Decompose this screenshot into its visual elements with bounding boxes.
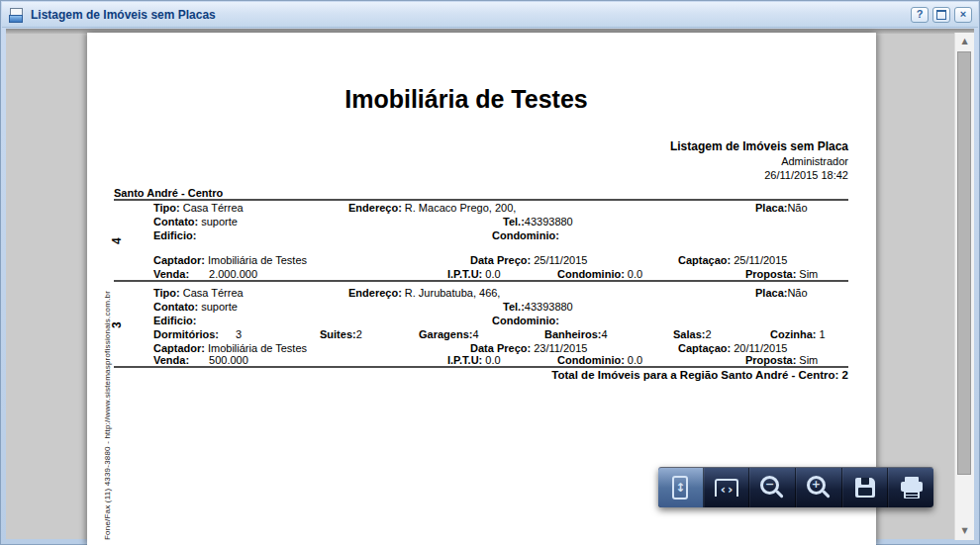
fit-page-button[interactable]: ↕: [658, 468, 704, 507]
field-value: R. Jurubatuba, 466,: [405, 287, 501, 299]
field-value: 2.000.000: [209, 268, 257, 280]
field-tipo: Tipo:Casa Térrea: [153, 202, 244, 214]
scroll-up-button[interactable]: ▲: [957, 37, 972, 45]
field-label: Captaçao:: [678, 254, 731, 266]
field-value: 4: [601, 328, 607, 340]
title-bar[interactable]: Listagem de Imóveis sem Placas ? ×: [2, 2, 978, 28]
fit-width-button[interactable]: ‹›: [704, 468, 750, 507]
field-captador: Captador:Imobiliária de Testes: [153, 342, 307, 354]
field-value: R. Macaco Prego, 200,: [405, 202, 517, 214]
print-icon: [900, 476, 924, 500]
field-label: Edificio:: [153, 315, 196, 326]
field-contato: Contato:suporte: [153, 301, 238, 313]
field-value: 4: [472, 328, 478, 340]
field-value: 0.0: [485, 268, 500, 280]
field-captador: Captador:Imobiliária de Testes: [153, 254, 307, 266]
record-number: 4: [111, 237, 123, 244]
field-condominio-valor: Condominio:0.0: [557, 268, 642, 280]
field-data-preco: Data Preço:25/11/2015: [470, 254, 587, 266]
scroll-down-button[interactable]: ▼: [957, 526, 972, 535]
field-value: 500.000: [209, 354, 248, 366]
field-value: 25/11/2015: [534, 254, 587, 266]
field-label: Captador:: [153, 254, 205, 266]
field-edificio: Edificio:: [153, 315, 199, 326]
report-datetime: 26/11/2015 18:42: [764, 169, 848, 181]
help-button[interactable]: ?: [911, 7, 929, 23]
field-label: Tipo:: [153, 202, 180, 214]
field-label: Condominio:: [492, 229, 559, 241]
field-label: Data Preço:: [470, 342, 531, 354]
report-title: Imobiliária de Testes: [104, 85, 829, 113]
close-button[interactable]: ×: [954, 7, 972, 23]
field-label: Endereço:: [348, 202, 402, 214]
field-label: Banheiros:: [544, 328, 601, 340]
maximize-button[interactable]: [932, 7, 950, 23]
field-proposta: Proposta:Sim: [745, 268, 818, 280]
field-cozinha: Cozinha:1: [770, 328, 826, 340]
region-divider: [114, 199, 848, 201]
zoom-out-button[interactable]: −: [749, 468, 796, 507]
field-label: Cozinha:: [770, 328, 816, 340]
print-button[interactable]: [888, 468, 933, 507]
region-total: Total de Imóveis para a Região Santo And…: [551, 369, 848, 381]
field-value: Casa Térrea: [183, 287, 244, 299]
field-banheiros: Banheiros:4: [544, 328, 608, 340]
fit-width-icon: ‹›: [715, 479, 738, 497]
field-value: suporte: [201, 216, 238, 227]
preview-toolbar: ↕ ‹› − +: [658, 467, 933, 507]
field-venda: Venda:500.000: [153, 354, 248, 366]
field-label: Garagens:: [419, 328, 472, 340]
field-label: Proposta:: [745, 268, 796, 280]
field-label: Salas:: [673, 328, 705, 340]
scrollbar-thumb[interactable]: [957, 51, 971, 475]
field-value: 23/11/2015: [534, 342, 587, 354]
field-condominio: Condominio:: [492, 315, 562, 326]
zoom-in-button[interactable]: +: [796, 468, 842, 507]
record-divider: [114, 366, 848, 368]
field-label: Suites:: [320, 328, 356, 340]
field-edificio: Edificio:: [153, 229, 199, 241]
field-captacao: Captaçao:25/11/2015: [678, 254, 787, 266]
field-label: Dormitórios:: [153, 328, 219, 340]
report-user: Administrador: [781, 155, 848, 167]
field-value: 0.0: [628, 354, 642, 366]
field-value: 20/11/2015: [734, 342, 787, 354]
zoom-out-icon: −: [760, 476, 779, 495]
fit-page-icon: ↕: [672, 476, 688, 500]
field-condominio-valor: Condominio:0.0: [557, 354, 642, 366]
field-proposta: Proposta:Sim: [745, 354, 818, 366]
field-label: Contato:: [153, 216, 198, 227]
report-subtitle: Listagem de Imóveis sem Placa: [670, 140, 848, 152]
field-garagens: Garagens:4: [419, 328, 479, 340]
save-button[interactable]: [842, 468, 889, 507]
field-label: Edificio:: [153, 229, 196, 241]
field-label: Captador:: [153, 342, 205, 354]
field-label: Condominio:: [557, 268, 625, 280]
field-label: Captaçao:: [678, 342, 731, 354]
field-value: Não: [787, 287, 807, 299]
field-dormitorios: Dormitórios:3: [153, 328, 242, 340]
field-condominio: Condominio:: [492, 229, 562, 241]
field-value: Imobiliária de Testes: [208, 254, 307, 266]
field-iptu: I.P.T.U:0.0: [447, 354, 501, 366]
field-label: Placa:: [755, 287, 787, 299]
field-value: Não: [787, 202, 807, 214]
record-divider: [114, 280, 848, 282]
field-suites: Suites:2: [320, 328, 362, 340]
field-placa: Placa:Não: [755, 202, 808, 214]
field-label: Proposta:: [745, 354, 796, 366]
zoom-in-icon: +: [807, 476, 826, 495]
field-value: 3: [236, 328, 242, 340]
field-label: Condominio:: [557, 354, 625, 366]
field-label: Tel.:: [503, 301, 525, 313]
field-salas: Salas:2: [673, 328, 712, 340]
maximize-icon: [936, 10, 946, 20]
field-label: Placa:: [755, 202, 787, 214]
field-value: 43393880: [525, 301, 573, 313]
field-placa: Placa:Não: [755, 287, 808, 299]
field-data-preco: Data Preço:23/11/2015: [470, 342, 587, 354]
field-label: Endereço:: [348, 287, 402, 299]
field-tipo: Tipo:Casa Térrea: [153, 287, 244, 299]
field-value: suporte: [201, 301, 238, 313]
field-label: I.P.T.U:: [447, 354, 482, 366]
